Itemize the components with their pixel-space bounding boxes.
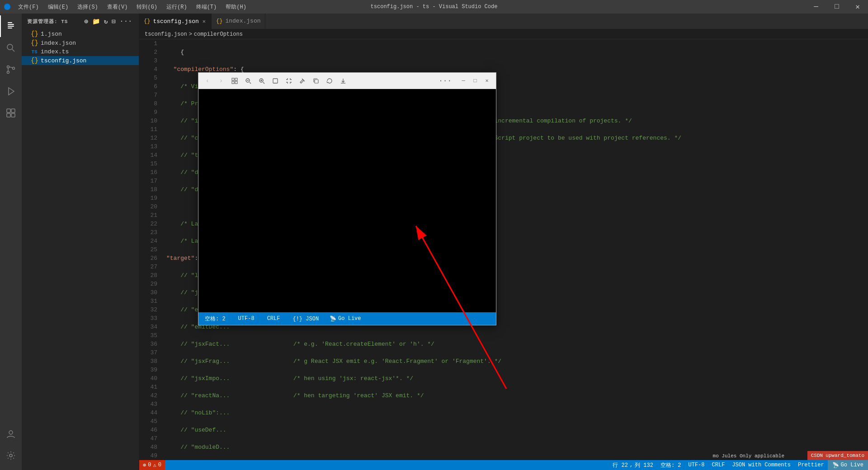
browser-golive-button[interactable]: 📡 Go Live xyxy=(330,315,361,322)
new-file-icon[interactable]: ⊕ xyxy=(83,17,89,26)
svg-rect-13 xyxy=(7,113,10,117)
sidebar-title: 资源管理器: TS xyxy=(27,18,68,25)
tab-tsconfigjson[interactable]: {} tsconfig.json ✕ xyxy=(139,14,212,29)
line-numbers: 12345 678910 1112131415 1617181920 21222… xyxy=(139,39,162,460)
tab-icon-index: {} xyxy=(216,18,222,24)
browser-back-button[interactable]: ‹ xyxy=(202,75,213,86)
prettier-text: Prettier xyxy=(798,462,824,468)
browser-edit-icon[interactable] xyxy=(297,75,308,86)
breadcrumb: tsconfig.json > compilerOptions xyxy=(139,29,868,39)
activity-settings[interactable] xyxy=(0,445,22,466)
svg-rect-12 xyxy=(11,109,15,113)
browser-crop-icon[interactable] xyxy=(283,75,294,86)
breadcrumb-section: compilerOptions xyxy=(194,31,243,38)
new-folder-icon[interactable]: 📁 xyxy=(91,17,101,26)
menu-help[interactable]: 帮助(H) xyxy=(221,1,251,13)
broadcast-icon-browser: 📡 xyxy=(330,315,336,322)
activity-account[interactable] xyxy=(0,423,22,445)
browser-zoom-in-icon[interactable] xyxy=(256,75,267,86)
menu-file[interactable]: 文件(F) xyxy=(14,1,43,13)
browser-content-area xyxy=(198,89,496,312)
sidebar-actions: ⊕ 📁 ↻ ⊟ ··· xyxy=(83,17,133,26)
menu-view[interactable]: 查看(V) xyxy=(103,1,132,13)
vscode-logo-icon xyxy=(4,3,11,10)
collapse-icon[interactable]: ⊟ xyxy=(111,17,117,26)
status-bar: ⊗ 0 ⚠ 0 行 22 , 列 132 空格: 2 UTF-8 xyxy=(139,460,868,470)
svg-point-15 xyxy=(9,431,13,434)
browser-grid-icon[interactable] xyxy=(229,75,240,86)
browser-status-encoding[interactable]: UTF-8 xyxy=(236,315,256,323)
menu-goto[interactable]: 转到(G) xyxy=(132,1,162,13)
encoding-text: UTF-8 xyxy=(689,462,705,468)
refresh-icon[interactable]: ↻ xyxy=(103,17,109,26)
activity-explorer[interactable] xyxy=(0,15,22,37)
col-val: 列 132 xyxy=(635,461,653,469)
menu-select[interactable]: 选择(S) xyxy=(73,1,103,13)
status-language[interactable]: JSON with Comments xyxy=(728,460,794,470)
menu-edit[interactable]: 编辑(E) xyxy=(43,1,73,13)
browser-minimize-button[interactable]: — xyxy=(458,75,469,86)
bottom-note: mo Jules Only applicable xyxy=(713,453,784,459)
broadcast-icon: 📡 xyxy=(832,462,839,469)
browser-reset-icon[interactable] xyxy=(324,75,335,86)
sidebar-item-indexjson[interactable]: {} index.json xyxy=(22,38,139,47)
line-col-text: 行 22 xyxy=(613,461,628,469)
browser-status-spaces[interactable]: 空格: 2 xyxy=(203,314,227,324)
activity-run[interactable] xyxy=(0,80,22,102)
close-button[interactable]: ✕ xyxy=(847,0,868,14)
status-line-ending[interactable]: CRLF xyxy=(708,460,729,470)
browser-maximize-button[interactable]: □ xyxy=(470,75,481,86)
status-line-col[interactable]: 行 22 , 列 132 xyxy=(609,460,657,470)
tab-icon-tsconfig: {} xyxy=(144,18,150,24)
breadcrumb-sep1: > xyxy=(189,31,192,38)
activity-git[interactable] xyxy=(0,59,22,80)
status-spaces[interactable]: 空格: 2 xyxy=(657,460,685,470)
browser-language-text: JSON xyxy=(306,316,319,322)
sidebar-item-tsconfigjson[interactable]: {} tsconfig.json xyxy=(22,56,139,65)
csdn-handle: upward_tomato xyxy=(826,453,864,458)
more-actions-icon[interactable]: ··· xyxy=(119,17,133,26)
browser-status-language[interactable]: {ǃ} JSON xyxy=(291,315,321,323)
svg-point-8 xyxy=(7,71,9,74)
svg-rect-4 xyxy=(8,28,12,28)
maximize-button[interactable]: □ xyxy=(826,0,847,14)
browser-zoom-out-icon[interactable] xyxy=(243,75,254,86)
col-text: , xyxy=(630,462,633,468)
spaces-text: 空格: 2 xyxy=(660,461,681,469)
browser-encoding-text: UTF-8 xyxy=(238,315,255,322)
status-errors[interactable]: ⊗ 0 ⚠ 0 xyxy=(139,460,165,470)
json-icon: {} xyxy=(31,39,38,47)
svg-marker-10 xyxy=(9,88,14,95)
browser-duplicate-icon[interactable] xyxy=(311,75,321,86)
language-text: JSON with Comments xyxy=(732,462,791,468)
status-prettier[interactable]: Prettier xyxy=(794,460,828,470)
sidebar-item-label: 1.json xyxy=(41,31,62,38)
sidebar-item-1json[interactable]: {} 1.json xyxy=(22,29,139,38)
status-left: ⊗ 0 ⚠ 0 xyxy=(139,460,165,470)
activity-extensions[interactable] xyxy=(0,102,22,124)
activity-bar xyxy=(0,14,22,470)
svg-line-25 xyxy=(263,82,264,84)
browser-more-button[interactable]: ··· xyxy=(437,77,453,85)
browser-status-lineending[interactable]: CRLF xyxy=(265,315,282,323)
tab-close-tsconfig[interactable]: ✕ xyxy=(202,17,207,26)
status-right: 行 22 , 列 132 空格: 2 UTF-8 CRLF JSON with … xyxy=(609,460,868,470)
menu-run[interactable]: 运行(R) xyxy=(162,1,192,13)
go-live-button[interactable]: 📡 Go Live xyxy=(828,460,868,470)
svg-point-5 xyxy=(7,44,13,50)
status-encoding[interactable]: UTF-8 xyxy=(685,460,708,470)
minimize-button[interactable]: — xyxy=(806,0,826,14)
tab-indexjson[interactable]: {} index.json xyxy=(212,14,265,29)
browser-golive-text: Go Live xyxy=(338,315,361,322)
browser-download-icon[interactable] xyxy=(338,75,349,86)
sidebar-item-label: index.ts xyxy=(41,48,69,55)
sidebar-item-indexts[interactable]: TS index.ts xyxy=(22,47,139,56)
browser-fit-icon[interactable] xyxy=(270,75,281,86)
svg-rect-1 xyxy=(8,22,12,23)
menu-terminal[interactable]: 终端(T) xyxy=(192,1,222,13)
browser-close-button[interactable]: ✕ xyxy=(481,75,492,86)
title-bar-left: 文件(F) 编辑(E) 选择(S) 查看(V) 转到(G) 运行(R) 终端(T… xyxy=(0,1,251,13)
activity-search[interactable] xyxy=(0,37,22,59)
breadcrumb-file: tsconfig.json xyxy=(145,31,187,38)
browser-forward-button[interactable]: › xyxy=(216,75,226,86)
